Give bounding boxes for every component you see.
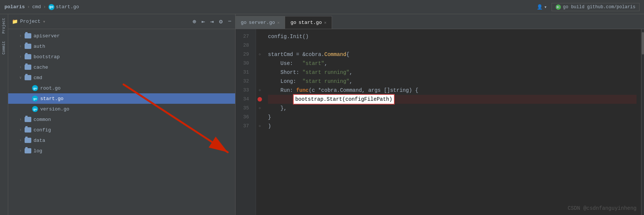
user-icon: 👤 <box>537 4 543 10</box>
tree-arrow-cache: › <box>19 65 25 69</box>
tab-label-start-go: start.go <box>299 20 322 25</box>
breadcrumb-sep-2: › <box>43 4 46 10</box>
code-line-36: } <box>268 113 637 122</box>
folder-icon-log <box>25 148 31 153</box>
locate-in-tree-icon[interactable]: ⊕ <box>193 18 196 25</box>
go-icon-root-go: go <box>32 85 38 91</box>
tree-label-bootstrap: bootstrap <box>34 54 60 60</box>
tree-item-root-go[interactable]: go root.go <box>8 83 235 93</box>
folder-icon-auth <box>25 44 31 49</box>
scrollbar-thumb[interactable] <box>642 32 644 54</box>
user-avatar-button[interactable]: 👤 ▾ <box>537 4 547 10</box>
folder-icon-config <box>25 127 31 133</box>
gutter-36 <box>256 113 263 122</box>
gutter-28 <box>256 41 263 50</box>
line-num-34: 34 <box>236 95 252 104</box>
tree-item-bootstrap[interactable]: › bootstrap <box>8 52 235 62</box>
go-icon-tab-server: go <box>241 20 247 25</box>
line-num-30: 30 <box>236 59 252 68</box>
project-label: Project <box>20 19 41 24</box>
project-side-label[interactable]: Project <box>2 18 6 34</box>
gutter-29: ◇ <box>256 50 263 59</box>
gutter-37: ◇ <box>256 122 263 131</box>
run-command-button[interactable]: ▶ go build github.com/polaris <box>552 3 640 11</box>
tree-label-start-go: start.go <box>40 96 63 102</box>
tree-item-common[interactable]: › common <box>8 114 235 125</box>
tab-close-server-go[interactable]: ✕ <box>277 20 280 25</box>
line-num-33: 33 <box>236 86 252 95</box>
breadcrumb-sep-1: › <box>27 4 30 10</box>
expand-all-icon[interactable]: ⇥ <box>210 18 214 25</box>
run-command-label: go build github.com/polaris <box>563 4 635 10</box>
editor-panel: go server.go ✕ go start.go ✕ 27 28 29 30… <box>236 14 644 215</box>
gutter-31 <box>256 68 263 77</box>
go-icon-version-go: go <box>32 106 38 112</box>
tab-server-go[interactable]: go server.go ✕ <box>236 16 285 29</box>
breadcrumb-file: go start.go <box>48 4 79 10</box>
code-line-34: bootstrap.Start(configFilePath) <box>268 95 637 104</box>
breadcrumb-cmd[interactable]: cmd <box>32 4 41 10</box>
tree-item-config[interactable]: › config <box>8 125 235 135</box>
tab-start-go[interactable]: go start.go ✕ <box>285 16 332 29</box>
side-strip: Project Commit <box>0 14 8 215</box>
folder-icon-cmd <box>25 75 31 80</box>
line-num-31: 31 <box>236 68 252 77</box>
tree-item-auth[interactable]: › auth <box>8 41 235 52</box>
dropdown-arrow-project-icon: ▾ <box>43 19 46 25</box>
line-numbers: 27 28 29 30 31 32 33 34 35 36 37 <box>236 29 256 215</box>
tree-item-cmd[interactable]: ∨ cmd <box>8 72 235 83</box>
tree-arrow-data: › <box>19 138 25 143</box>
run-indicator-icon: ▶ <box>556 4 561 10</box>
tree-item-cache[interactable]: › cache <box>8 62 235 72</box>
line-num-35: 35 <box>236 104 252 113</box>
tree-label-log: log <box>34 148 42 154</box>
gutter-diamond-29: ◇ <box>259 50 261 59</box>
folder-icon-bootstrap <box>25 54 31 59</box>
gutter-35: ◇ <box>256 104 263 113</box>
file-tree-panel: 📁 Project ▾ ⊕ ⇤ ⇥ ⚙ − › apiserver › auth <box>8 14 236 215</box>
code-line-31: Short: "start running", <box>268 68 637 77</box>
tab-label-server-go: server.go <box>249 20 275 25</box>
code-line-32: Long: "start running", <box>268 77 637 86</box>
tree-label-root-go: root.go <box>40 85 61 91</box>
gutter-33: ◇ <box>256 86 263 95</box>
breadcrumb: polaris › cmd › go start.go <box>4 4 79 10</box>
code-line-33: Run: func(c *cobra.Command, args []strin… <box>268 86 637 95</box>
tree-arrow-bootstrap: › <box>19 55 25 59</box>
settings-gear-icon[interactable]: ⚙ <box>219 18 223 25</box>
code-line-35: }, <box>268 104 637 113</box>
dropdown-arrow-icon: ▾ <box>544 4 547 10</box>
gutter-34-breakpoint[interactable] <box>256 95 263 104</box>
tree-item-version-go[interactable]: go version.go <box>8 104 235 114</box>
tree-item-apiserver[interactable]: › apiserver <box>8 31 235 41</box>
minimize-icon[interactable]: − <box>228 18 231 25</box>
tree-label-config: config <box>34 127 51 133</box>
code-editor: 27 28 29 30 31 32 33 34 35 36 37 ◇ <box>236 29 644 215</box>
gutter-diamond-35: ◇ <box>259 104 261 113</box>
tree-item-data[interactable]: › data <box>8 135 235 146</box>
code-line-30: Use: "start", <box>268 59 637 68</box>
commit-side-label[interactable]: Commit <box>2 41 6 54</box>
folder-icon-cache <box>25 65 31 70</box>
code-line-29: startCmd = &cobra.Command{ <box>268 50 637 59</box>
line-num-28: 28 <box>236 41 252 50</box>
code-line-28 <box>268 41 637 50</box>
collapse-all-icon[interactable]: ⇤ <box>201 18 205 25</box>
vertical-scrollbar[interactable] <box>641 29 644 215</box>
gutter-27 <box>256 32 263 41</box>
gutter-diamond-37: ◇ <box>259 122 261 131</box>
line-num-37: 37 <box>236 122 252 131</box>
tab-close-start-go[interactable]: ✕ <box>324 20 326 25</box>
watermark: CSDN @csdnfanguyinheng <box>568 205 637 211</box>
line-num-29: 29 <box>236 50 252 59</box>
breakpoint-icon[interactable] <box>258 97 262 102</box>
code-line-27: config.Init() <box>268 32 637 41</box>
breadcrumb-polaris[interactable]: polaris <box>4 4 25 10</box>
go-icon-start-go: go <box>32 96 38 102</box>
tree-item-log[interactable]: › log <box>8 146 235 156</box>
tree-item-start-go[interactable]: go start.go <box>8 93 235 104</box>
go-icon-breadcrumb: go <box>48 4 54 10</box>
file-tree-toolbar: 📁 Project ▾ ⊕ ⇤ ⇥ ⚙ − <box>8 14 235 29</box>
tree-label-version-go: version.go <box>40 106 69 112</box>
line-num-27: 27 <box>236 32 252 41</box>
